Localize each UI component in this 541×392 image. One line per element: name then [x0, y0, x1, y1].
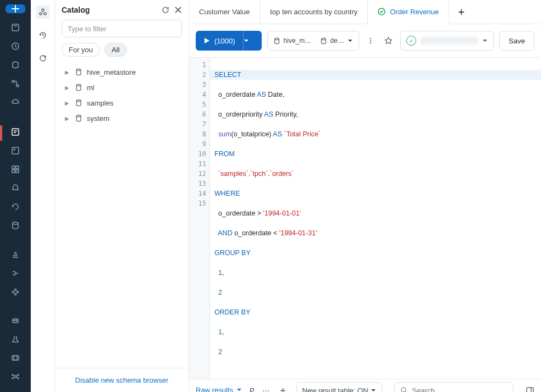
- recents-icon[interactable]: [10, 42, 21, 51]
- svg-rect-20: [14, 356, 17, 360]
- features-icon[interactable]: [10, 288, 21, 296]
- tab-top-ten[interactable]: top ten accounts by country: [260, 0, 368, 24]
- data-icon[interactable]: [10, 60, 21, 69]
- star-icon[interactable]: [382, 35, 395, 47]
- catalog-filter-input[interactable]: [62, 20, 182, 37]
- svg-point-35: [321, 38, 325, 40]
- svg-rect-0: [12, 24, 19, 31]
- svg-rect-19: [12, 356, 19, 360]
- code-area[interactable]: SELECT o_orderdate AS Date, o_orderprior…: [210, 58, 541, 379]
- refresh-tab-icon[interactable]: [36, 52, 49, 65]
- svg-point-30: [76, 85, 81, 86]
- close-icon[interactable]: [174, 6, 182, 14]
- sql-editor-icon[interactable]: [10, 128, 21, 136]
- svg-point-26: [42, 9, 44, 11]
- check-icon: [378, 8, 385, 15]
- tree-node[interactable]: ▶samples: [59, 95, 184, 111]
- editor-tabs: Customer Value top ten accounts by count…: [189, 0, 541, 24]
- results-search[interactable]: [394, 382, 514, 392]
- alerts-icon[interactable]: [10, 184, 21, 192]
- partial-tab[interactable]: P: [250, 387, 255, 393]
- svg-point-18: [16, 320, 17, 321]
- compute-icon[interactable]: [10, 98, 21, 107]
- schema-icon: [320, 37, 327, 45]
- save-button[interactable]: Save: [499, 31, 534, 51]
- catalog-tab-icon[interactable]: [36, 5, 49, 19]
- raw-results-tab[interactable]: Raw results: [196, 379, 242, 392]
- svg-point-31: [76, 100, 81, 102]
- status-ok-icon: ✓: [406, 36, 416, 46]
- run-button[interactable]: (1000): [196, 31, 243, 51]
- svg-rect-9: [12, 170, 15, 173]
- ingest-icon[interactable]: [10, 250, 21, 259]
- svg-point-22: [12, 374, 13, 376]
- svg-point-39: [401, 388, 406, 392]
- svg-point-11: [13, 222, 18, 224]
- svg-point-13: [15, 289, 16, 291]
- line-gutter: 123456789101112131415: [189, 58, 210, 379]
- svg-point-25: [18, 378, 19, 379]
- svg-point-21: [14, 376, 16, 378]
- svg-point-32: [76, 115, 81, 117]
- catalog-title: Catalog: [62, 5, 157, 14]
- models-icon[interactable]: [10, 354, 21, 362]
- svg-point-14: [17, 291, 19, 293]
- secondary-rail: [31, 0, 55, 392]
- svg-point-2: [12, 80, 14, 82]
- history-icon[interactable]: [10, 202, 21, 211]
- new-result-table-toggle[interactable]: New result table: ON: [296, 382, 382, 392]
- svg-point-29: [76, 69, 81, 71]
- tab-order-revenue[interactable]: Order Revenue: [368, 0, 449, 24]
- disable-schema-link[interactable]: Disable new schema browser: [75, 376, 169, 384]
- svg-rect-7: [12, 166, 15, 169]
- results-bar: Raw results P ⋯ New result table: ON: [189, 379, 541, 392]
- tab-customer-value[interactable]: Customer Value: [189, 0, 260, 24]
- results-search-input[interactable]: [412, 387, 507, 393]
- tree-node[interactable]: ▶hive_metastore: [59, 64, 184, 80]
- svg-point-34: [274, 38, 279, 40]
- pill-all[interactable]: All: [104, 43, 126, 57]
- left-rail: [0, 0, 31, 392]
- toolbar: (1000) hive_m… . de… ✓ Save: [189, 24, 541, 57]
- ml-icon[interactable]: [10, 316, 21, 325]
- tree-node[interactable]: ▶system: [59, 111, 184, 126]
- svg-point-37: [370, 40, 371, 41]
- serving-icon[interactable]: [10, 372, 21, 381]
- add-tab-button[interactable]: [449, 8, 473, 16]
- new-button[interactable]: [5, 4, 25, 13]
- refresh-icon[interactable]: [161, 5, 170, 14]
- svg-point-15: [15, 294, 16, 295]
- catalog-tree: ▶hive_metastore ▶ml ▶samples ▶system: [55, 62, 189, 368]
- history-tab-icon[interactable]: [36, 29, 49, 42]
- more-icon[interactable]: ⋯: [262, 387, 269, 393]
- svg-point-24: [12, 378, 13, 379]
- svg-rect-5: [12, 147, 19, 154]
- search-icon: [400, 387, 408, 392]
- svg-rect-40: [527, 388, 533, 392]
- kebab-icon[interactable]: [365, 35, 377, 47]
- svg-point-23: [18, 374, 19, 376]
- catalog-icon: [273, 37, 280, 45]
- warehouses-icon[interactable]: [10, 221, 21, 230]
- workflows-icon[interactable]: [10, 79, 21, 88]
- run-dropdown[interactable]: [243, 31, 262, 51]
- svg-rect-4: [12, 129, 19, 135]
- context-selector[interactable]: hive_m… . de…: [267, 31, 359, 51]
- svg-point-36: [370, 38, 371, 39]
- pill-for-you[interactable]: For you: [62, 43, 100, 57]
- transform-icon[interactable]: [10, 269, 21, 278]
- experiments-icon[interactable]: [10, 335, 21, 344]
- svg-rect-10: [16, 170, 19, 173]
- panel-toggle-icon[interactable]: [526, 386, 534, 392]
- tree-node[interactable]: ▶ml: [59, 80, 184, 95]
- svg-point-38: [370, 42, 371, 43]
- svg-point-17: [14, 320, 15, 321]
- compute-selector[interactable]: ✓: [400, 31, 494, 51]
- workspace-icon[interactable]: [10, 23, 21, 32]
- svg-point-12: [13, 291, 14, 293]
- dashboards-icon[interactable]: [10, 165, 21, 174]
- code-editor[interactable]: 123456789101112131415 SELECT o_orderdate…: [189, 57, 541, 379]
- main-area: Customer Value top ten accounts by count…: [189, 0, 541, 392]
- queries-icon[interactable]: [10, 146, 21, 155]
- add-viz-icon[interactable]: [277, 385, 289, 393]
